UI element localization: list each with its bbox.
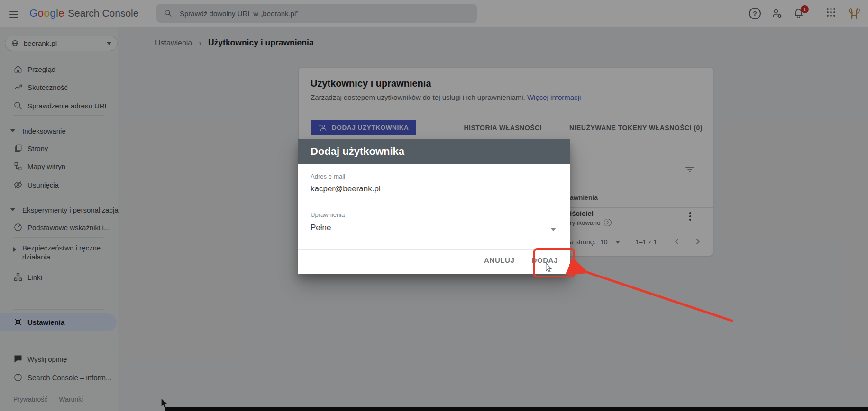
bottom-video-bar <box>165 407 868 411</box>
divider <box>298 249 570 250</box>
cancel-button[interactable]: ANULUJ <box>479 252 519 268</box>
dialog-header: Dodaj użytkownika <box>298 139 570 164</box>
permission-underline <box>311 236 557 236</box>
mouse-cursor <box>545 263 553 273</box>
add-user-dialog: Dodaj użytkownika Adres e-mail Uprawnien… <box>298 139 570 274</box>
permission-value: Pełne <box>311 223 331 232</box>
email-underline <box>311 199 557 199</box>
dialog-title: Dodaj użytkownika <box>311 139 404 164</box>
mouse-cursor <box>161 399 167 407</box>
google-search-console-app: Google Search Console ? 1 <box>0 0 868 411</box>
permission-label: Uprawnienia <box>311 211 345 218</box>
annotation-arrow <box>564 259 744 328</box>
chevron-down-icon <box>550 228 556 234</box>
email-field[interactable] <box>311 184 557 194</box>
email-label: Adres e-mail <box>311 173 345 180</box>
